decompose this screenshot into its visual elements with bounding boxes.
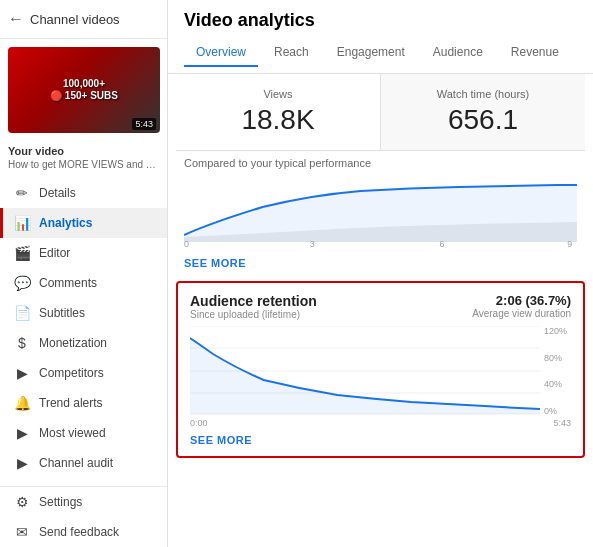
analytics-icon: 📊 xyxy=(13,215,31,231)
sidebar: ← Channel videos 100,000+🔴 150+ SUBS 5:4… xyxy=(0,0,168,547)
analytics-label: Analytics xyxy=(39,216,92,230)
nav-item-most-viewed[interactable]: ▶ Most viewed xyxy=(0,418,167,448)
y-label-120: 120% xyxy=(544,326,567,336)
trend-alerts-icon: 🔔 xyxy=(13,395,31,411)
tab-engagement[interactable]: Engagement xyxy=(325,39,417,67)
stat-watch-time: Watch time (hours) 656.1 xyxy=(381,74,585,150)
y-label-40: 40% xyxy=(544,379,567,389)
x-label-start: 0:00 xyxy=(190,418,208,428)
retention-see-more-button[interactable]: SEE MORE xyxy=(190,428,571,446)
see-more-button[interactable]: SEE MORE xyxy=(168,253,593,277)
trend-alerts-label: Trend alerts xyxy=(39,396,103,410)
tab-audience[interactable]: Audience xyxy=(421,39,495,67)
nav-item-analytics[interactable]: 📊 Analytics xyxy=(0,208,167,238)
retention-y-axis: 120% 80% 40% 0% xyxy=(540,326,571,416)
most-viewed-icon: ▶ xyxy=(13,425,31,441)
editor-label: Editor xyxy=(39,246,70,260)
page-title: Video analytics xyxy=(184,10,577,31)
x-label-end: 5:43 xyxy=(553,418,571,428)
nav-bottom: ⚙ Settings ✉ Send feedback xyxy=(0,486,167,547)
settings-label: Settings xyxy=(39,495,82,509)
back-label: Channel videos xyxy=(30,12,120,27)
settings-icon: ⚙ xyxy=(13,494,31,510)
views-label: Views xyxy=(192,88,364,100)
nav-item-comments[interactable]: 💬 Comments xyxy=(0,268,167,298)
retention-box: Audience retention Since uploaded (lifet… xyxy=(176,281,585,458)
monetization-icon: $ xyxy=(13,335,31,351)
retention-sub-left: Since uploaded (lifetime) xyxy=(190,309,317,320)
svg-text:3: 3 xyxy=(310,239,315,247)
compare-text: Compared to your typical performance xyxy=(168,151,593,173)
comments-icon: 💬 xyxy=(13,275,31,291)
stat-views: Views 18.8K xyxy=(176,74,381,150)
back-icon: ← xyxy=(8,10,24,28)
comments-label: Comments xyxy=(39,276,97,290)
retention-chart-area xyxy=(190,326,540,416)
back-button[interactable]: ← Channel videos xyxy=(0,0,167,39)
subtitles-label: Subtitles xyxy=(39,306,85,320)
details-label: Details xyxy=(39,186,76,200)
nav-item-trend-alerts[interactable]: 🔔 Trend alerts xyxy=(0,388,167,418)
retention-header: Audience retention Since uploaded (lifet… xyxy=(190,293,571,320)
retention-metric-group: 2:06 (36.7%) Average view duration xyxy=(472,293,571,319)
views-value: 18.8K xyxy=(192,104,364,136)
video-title: Your video xyxy=(0,141,167,159)
retention-chart-wrapper: 120% 80% 40% 0% xyxy=(190,326,571,416)
nav-list: ✏ Details 📊 Analytics 🎬 Editor 💬 Comment… xyxy=(0,178,167,478)
retention-sub-right: Average view duration xyxy=(472,308,571,319)
tab-overview[interactable]: Overview xyxy=(184,39,258,67)
overview-chart-svg: 0 3 6 9 xyxy=(184,177,577,247)
send-feedback-label: Send feedback xyxy=(39,525,119,539)
video-thumbnail[interactable]: 100,000+🔴 150+ SUBS 5:43 xyxy=(8,47,160,133)
watch-time-value: 656.1 xyxy=(397,104,569,136)
send-feedback-icon: ✉ xyxy=(13,524,31,540)
retention-x-labels: 0:00 5:43 xyxy=(190,418,571,428)
editor-icon: 🎬 xyxy=(13,245,31,261)
tab-reach[interactable]: Reach xyxy=(262,39,321,67)
video-thumb-text: 100,000+🔴 150+ SUBS xyxy=(46,74,122,106)
nav-item-settings[interactable]: ⚙ Settings xyxy=(0,487,167,517)
tab-revenue[interactable]: Revenue xyxy=(499,39,571,67)
retention-metric: 2:06 (36.7%) xyxy=(472,293,571,308)
details-icon: ✏ xyxy=(13,185,31,201)
nav-item-details[interactable]: ✏ Details xyxy=(0,178,167,208)
video-duration: 5:43 xyxy=(132,118,156,130)
nav-item-editor[interactable]: 🎬 Editor xyxy=(0,238,167,268)
subtitles-icon: 📄 xyxy=(13,305,31,321)
retention-title-group: Audience retention Since uploaded (lifet… xyxy=(190,293,317,320)
y-label-80: 80% xyxy=(544,353,567,363)
monetization-label: Monetization xyxy=(39,336,107,350)
nav-item-channel-audit[interactable]: ▶ Channel audit xyxy=(0,448,167,478)
most-viewed-label: Most viewed xyxy=(39,426,106,440)
main-header: Video analytics Overview Reach Engagemen… xyxy=(168,0,593,74)
video-subtitle: How to get MORE VIEWS and MORE ... xyxy=(0,159,167,178)
watch-time-label: Watch time (hours) xyxy=(397,88,569,100)
nav-item-subtitles[interactable]: 📄 Subtitles xyxy=(0,298,167,328)
channel-audit-icon: ▶ xyxy=(13,455,31,471)
svg-text:9: 9 xyxy=(567,239,572,247)
y-label-0: 0% xyxy=(544,406,567,416)
svg-text:6: 6 xyxy=(439,239,444,247)
nav-item-send-feedback[interactable]: ✉ Send feedback xyxy=(0,517,167,547)
channel-audit-label: Channel audit xyxy=(39,456,113,470)
retention-title: Audience retention xyxy=(190,293,317,309)
retention-chart-svg xyxy=(190,326,540,416)
overview-chart: 0 3 6 9 xyxy=(168,173,593,253)
competitors-icon: ▶ xyxy=(13,365,31,381)
svg-text:0: 0 xyxy=(184,239,189,247)
competitors-label: Competitors xyxy=(39,366,104,380)
video-thumbnail-container: 100,000+🔴 150+ SUBS 5:43 xyxy=(0,39,167,141)
tabs-row: Overview Reach Engagement Audience Reven… xyxy=(184,39,577,67)
nav-item-monetization[interactable]: $ Monetization xyxy=(0,328,167,358)
main-content: Video analytics Overview Reach Engagemen… xyxy=(168,0,593,547)
nav-item-competitors[interactable]: ▶ Competitors xyxy=(0,358,167,388)
stats-row: Views 18.8K Watch time (hours) 656.1 xyxy=(176,74,585,151)
